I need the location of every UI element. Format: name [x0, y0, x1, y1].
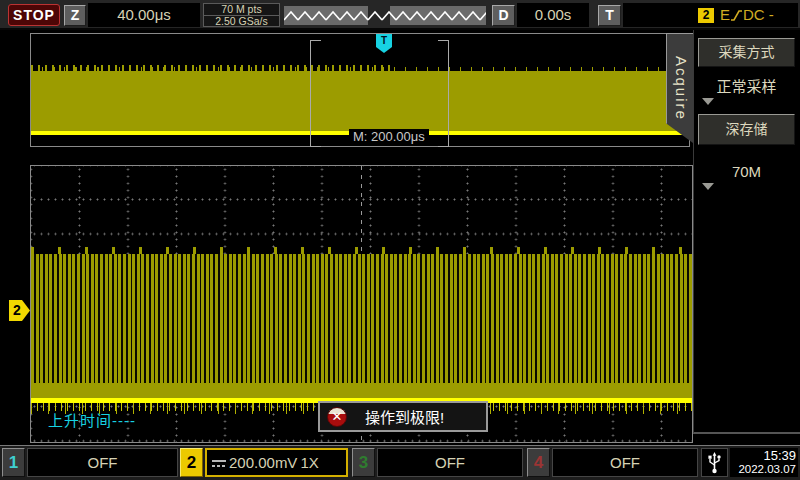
waveform-preview[interactable] — [284, 6, 486, 25]
channel-1-status[interactable]: OFF — [27, 448, 178, 477]
run-state-badge[interactable]: STOP — [8, 4, 60, 26]
preview-zigzag-icon — [284, 6, 486, 25]
date-readout: 2022.03.07 — [730, 463, 796, 476]
waveform-dense-cycles — [31, 254, 692, 383]
chevron-down-icon[interactable] — [702, 183, 714, 190]
usb-icon — [707, 451, 722, 475]
trigger-readout: 2EDC-136.000mV — [623, 3, 798, 27]
channel-2-badge[interactable]: 2 — [180, 448, 203, 477]
trigger-flag-tip-icon — [376, 47, 392, 53]
time-readout: 15:39 — [730, 448, 796, 463]
rise-time-measurement-label: 上升时间---- — [48, 409, 136, 430]
sample-info-box: 70 M pts 2.50 GSa/s — [203, 3, 280, 27]
zoom-window-right-bracket[interactable] — [438, 40, 449, 147]
trigger-channel-badge: 2 — [698, 8, 714, 23]
acquire-menu-panel: 采集方式 正常采样 深存储 70M — [693, 30, 800, 434]
menu-item-acquisition-mode[interactable]: 采集方式 — [698, 38, 795, 67]
sample-rate: 2.50 GSa/s — [204, 16, 279, 27]
channel-3-status[interactable]: OFF — [377, 448, 523, 477]
alert-popup: 操作到极限! — [318, 401, 488, 432]
error-icon — [327, 407, 347, 427]
clock-display: 15:39 2022.03.07 — [730, 448, 798, 477]
channel-2-probe: 1X — [300, 449, 318, 476]
zoom-window-left-bracket[interactable] — [310, 40, 321, 147]
waveform-top-ragged-edge — [31, 247, 692, 254]
dc-coupling-icon — [212, 458, 226, 468]
zoom-mode-button[interactable]: Z — [64, 5, 86, 26]
channel-4-badge[interactable]: 4 — [527, 448, 550, 477]
channel-4-status[interactable]: OFF — [552, 448, 698, 477]
channel-2-scale: 200.00mV — [229, 449, 297, 476]
top-bar: STOP Z 40.00μs 70 M pts 2.50 GSa/s D 0.0… — [0, 0, 800, 30]
chevron-down-icon[interactable] — [702, 98, 714, 105]
overview-envelope-ragged-edge2 — [31, 67, 689, 71]
channel-2-status[interactable]: 200.00mV 1X — [205, 448, 348, 477]
usb-indicator — [701, 448, 728, 477]
rising-edge-icon — [731, 9, 742, 22]
alert-message: 操作到极限! — [365, 406, 444, 427]
zoom-overview-strip: M: 200.00μs T — [30, 33, 690, 147]
trigger-button[interactable]: T — [598, 5, 621, 26]
channel-status-bar: 1 OFF 2 200.00mV 1X 3 OFF 4 OFF — [0, 445, 800, 480]
trigger-coupling-label: DC — [743, 6, 765, 23]
delay-readout: 0.00s — [517, 3, 589, 27]
trigger-edge-label: E — [720, 6, 730, 23]
menu-item-deep-storage[interactable]: 深存储 — [698, 114, 795, 145]
delay-button[interactable]: D — [492, 5, 515, 26]
waveform-solid-band — [31, 383, 692, 398]
channel-1-badge[interactable]: 1 — [2, 448, 25, 477]
zoom-window-timebase-label: M: 200.00μs — [349, 129, 429, 145]
timebase-readout: 40.00μs — [88, 3, 200, 27]
trigger-position-flag[interactable]: T — [376, 34, 392, 47]
channel-3-badge[interactable]: 3 — [352, 448, 375, 477]
oscilloscope-screen: STOP Z 40.00μs 70 M pts 2.50 GSa/s D 0.0… — [0, 0, 800, 480]
channel-2-marker[interactable]: 2 — [9, 300, 30, 321]
overview-waveform-envelope — [31, 71, 689, 132]
